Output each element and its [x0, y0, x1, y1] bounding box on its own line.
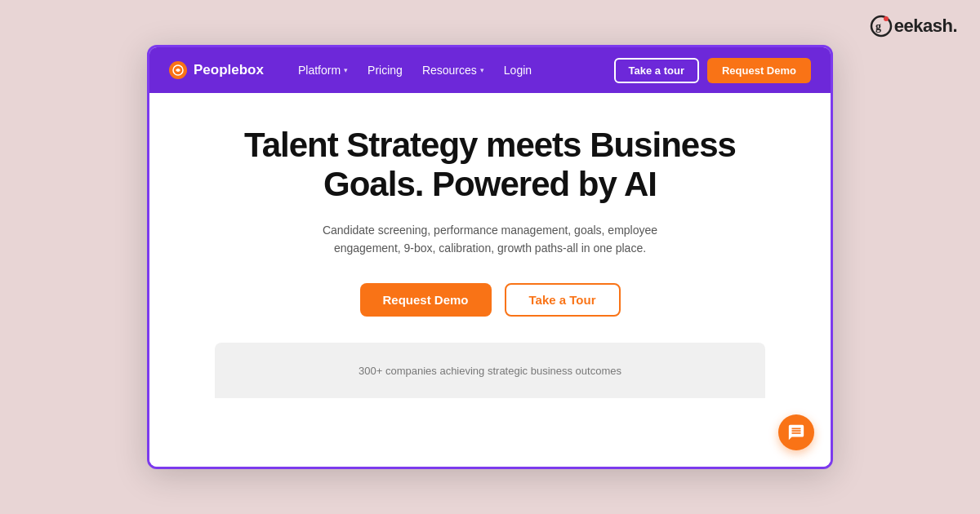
- brand-logo[interactable]: Peoplebox: [169, 61, 264, 79]
- brand-name: Peoplebox: [194, 62, 264, 78]
- nav-login[interactable]: Login: [496, 59, 540, 82]
- take-a-tour-hero-button[interactable]: Take a Tour: [505, 283, 621, 317]
- nav-actions: Take a tour Request Demo: [614, 58, 811, 83]
- preview-strip: 300+ companies achieving strategic busin…: [215, 343, 765, 398]
- request-demo-hero-button[interactable]: Request Demo: [360, 283, 492, 317]
- nav-resources[interactable]: Resources ▾: [414, 59, 492, 82]
- browser-window: Peoplebox Platform ▾ Pricing Resources ▾…: [147, 45, 833, 469]
- logo-icon: [169, 61, 187, 79]
- nav-platform[interactable]: Platform ▾: [290, 59, 356, 82]
- platform-chevron-icon: ▾: [344, 66, 348, 74]
- geekash-watermark: g eekash.: [870, 15, 957, 38]
- geekash-text: eekash.: [894, 16, 957, 37]
- chat-support-button[interactable]: [778, 414, 814, 450]
- chat-icon: [787, 423, 805, 441]
- svg-text:g: g: [875, 20, 881, 33]
- preview-strip-text: 300+ companies achieving strategic busin…: [359, 365, 621, 377]
- navbar: Peoplebox Platform ▾ Pricing Resources ▾…: [149, 47, 831, 93]
- take-a-tour-nav-button[interactable]: Take a tour: [614, 58, 699, 83]
- request-demo-nav-button[interactable]: Request Demo: [707, 58, 811, 83]
- hero-subtitle: Candidate screening, performance managem…: [294, 221, 686, 258]
- hero-title: Talent Strategy meets Business Goals. Po…: [229, 126, 751, 205]
- hero-section: Talent Strategy meets Business Goals. Po…: [149, 93, 831, 467]
- nav-links: Platform ▾ Pricing Resources ▾ Login: [290, 59, 595, 82]
- geekash-g-icon: g: [870, 15, 893, 38]
- resources-chevron-icon: ▾: [480, 66, 484, 74]
- nav-pricing[interactable]: Pricing: [359, 59, 411, 82]
- hero-buttons: Request Demo Take a Tour: [360, 283, 621, 317]
- svg-point-2: [884, 16, 889, 21]
